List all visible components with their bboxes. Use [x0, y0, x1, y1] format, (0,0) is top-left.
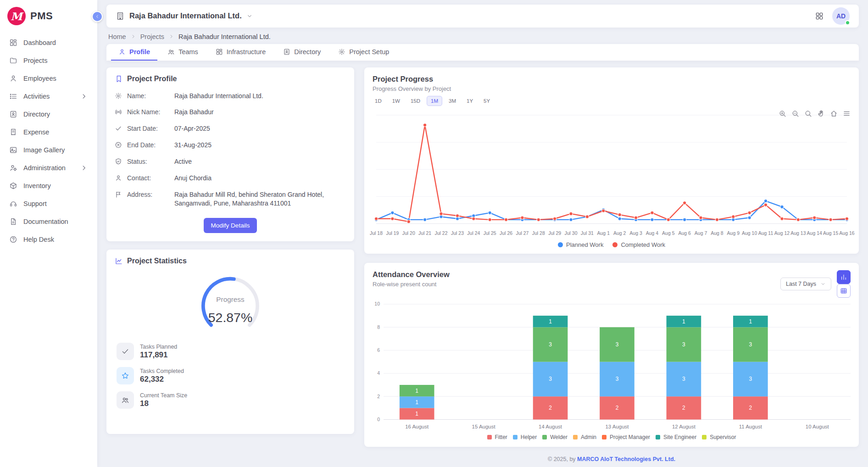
legend-site-engineer[interactable]: Site Engineer	[656, 434, 696, 440]
footer-text: © 2025, by	[548, 456, 577, 462]
chart-toolbar	[779, 110, 851, 117]
sidebar-item-dashboard[interactable]: Dashboard	[0, 33, 97, 51]
footer-link[interactable]: MARCO AIoT Technologies Pvt. Ltd.	[577, 456, 675, 462]
sidebar-item-label: Administration	[23, 164, 66, 172]
sidebar-item-employees[interactable]: Employees	[0, 69, 97, 87]
attendance-card-subtitle: Role-wise present count	[364, 280, 458, 290]
range-button-3m[interactable]: 3M	[445, 96, 460, 106]
svg-text:3: 3	[616, 376, 619, 382]
support-icon	[9, 200, 17, 208]
menu-icon[interactable]	[843, 110, 851, 117]
sidebar-item-label: Documentation	[23, 218, 68, 225]
breadcrumb-item-raja-bahadur-international-ltd[interactable]: Raja Bahadur International Ltd.	[178, 33, 271, 40]
legend-completed-work[interactable]: Completed Work	[612, 241, 665, 248]
tab-teams[interactable]: Teams	[160, 44, 206, 61]
stat-label: Tasks Planned	[140, 344, 177, 350]
sidebar-item-expense[interactable]: Expense	[0, 123, 97, 141]
modify-details-button[interactable]: Modify Details	[204, 218, 257, 233]
legend-admin[interactable]: Admin	[573, 434, 596, 440]
zoom-select-icon[interactable]	[804, 110, 812, 117]
star-icon	[121, 372, 129, 380]
tab-profile[interactable]: Profile	[111, 44, 157, 61]
sidebar-collapse-button[interactable]	[92, 11, 103, 22]
sidebar-item-projects[interactable]: Projects	[0, 51, 97, 69]
svg-text:Jul 21: Jul 21	[418, 230, 431, 236]
legend-supervisor[interactable]: Supervisor	[702, 434, 736, 440]
tab-label: Project Setup	[349, 48, 389, 56]
table-icon	[840, 287, 847, 295]
breadcrumb-item-home[interactable]: Home	[108, 33, 126, 40]
svg-text:Aug 2: Aug 2	[613, 230, 626, 236]
stat-label: Tasks Completed	[140, 368, 184, 374]
range-button-15d[interactable]: 15D	[406, 96, 424, 106]
view-toggle-table-icon[interactable]	[837, 284, 851, 298]
legend-project-manager[interactable]: Project Manager	[602, 434, 650, 440]
breadcrumb-item-projects[interactable]: Projects	[140, 33, 164, 40]
profile-card-title: Project Profile	[127, 75, 177, 83]
sidebar-item-support[interactable]: Support	[0, 195, 97, 212]
sidebar-item-administration[interactable]: Administration	[0, 159, 97, 177]
range-button-1d[interactable]: 1D	[371, 96, 386, 106]
progress-line-chart[interactable]: Jul 18Jul 19Jul 20Jul 21Jul 22Jul 23Jul …	[364, 106, 859, 239]
sidebar-item-documentation[interactable]: Documentation	[0, 212, 97, 230]
main-area: Raja Bahadur International Ltd. AD HomeP…	[97, 0, 868, 467]
svg-text:Aug 13: Aug 13	[790, 230, 806, 236]
svg-text:1: 1	[415, 410, 418, 417]
legend-label: Site Engineer	[663, 434, 696, 440]
legend-helper[interactable]: Helper	[513, 434, 537, 440]
tab-project-setup[interactable]: Project Setup	[331, 44, 396, 61]
svg-text:11 August: 11 August	[739, 424, 762, 429]
range-select[interactable]: Last 7 Days	[780, 278, 831, 290]
attendance-header: Attendance Overview Role-wise present co…	[364, 263, 859, 298]
pan-icon[interactable]	[817, 110, 825, 117]
sidebar-item-image-gallery[interactable]: Image Gallery	[0, 141, 97, 159]
zoom-in-icon[interactable]	[779, 110, 786, 117]
left-column: Project Profile Name: Raja Bahadur Inter…	[106, 67, 354, 434]
stat-icon-box	[117, 391, 134, 409]
stat-value: 117,891	[140, 350, 177, 360]
home-icon[interactable]	[830, 110, 838, 117]
range-button-1y[interactable]: 1Y	[462, 96, 477, 106]
signal-icon	[115, 108, 122, 116]
documentation-icon	[9, 217, 17, 226]
legend-welder[interactable]: Welder	[542, 434, 568, 440]
legend-planned-work[interactable]: Planned Work	[558, 241, 603, 248]
apps-grid-button[interactable]	[815, 11, 824, 21]
svg-text:52.87%: 52.87%	[208, 310, 253, 325]
tab-infrastructure[interactable]: Infrastructure	[208, 44, 273, 61]
attendance-card-title: Attendance Overview	[364, 263, 458, 280]
check-icon	[115, 125, 122, 132]
legend-label: Planned Work	[566, 241, 603, 248]
sidebar-item-activities[interactable]: Activities	[0, 87, 97, 105]
circle-x-icon	[115, 141, 122, 149]
attendance-bar-chart[interactable]: 024681011116 August15 August233114 Augus…	[364, 298, 859, 432]
zoom-out-icon[interactable]	[791, 110, 799, 117]
svg-text:3: 3	[682, 341, 685, 348]
legend-fitter[interactable]: Fitter	[487, 434, 507, 440]
flag-icon	[115, 191, 122, 198]
sidebar-item-help-desk[interactable]: Help Desk	[0, 230, 97, 248]
range-button-5y[interactable]: 5Y	[479, 96, 494, 106]
field-value: Raja Bahadur Mill Rd, behind Sheraton Gr…	[174, 190, 326, 208]
top-header: Raja Bahadur International Ltd. AD	[106, 5, 859, 28]
field-value: Anuj Chordia	[174, 174, 211, 183]
range-button-1w[interactable]: 1W	[388, 96, 404, 106]
stat-value: 62,332	[140, 375, 184, 384]
sidebar-item-inventory[interactable]: Inventory	[0, 177, 97, 195]
progress-card-title: Project Progress	[364, 67, 859, 84]
gallery-icon	[9, 146, 17, 154]
company-switcher[interactable]: Raja Bahadur International Ltd.	[116, 11, 253, 21]
sidebar-item-directory[interactable]: Directory	[0, 105, 97, 123]
field-label: Start Date:	[127, 124, 169, 133]
content: Project Profile Name: Raja Bahadur Inter…	[106, 67, 859, 467]
gear-icon	[115, 92, 122, 100]
avatar[interactable]: AD	[832, 7, 850, 25]
range-button-1m[interactable]: 1M	[427, 96, 442, 106]
view-toggle-bar-chart-icon[interactable]	[837, 270, 851, 284]
activities-icon	[9, 92, 17, 100]
field-label: Nick Name:	[127, 108, 169, 117]
tab-directory[interactable]: Directory	[276, 44, 328, 61]
profile-field-start-date: Start Date: 07-Apr-2025	[115, 121, 346, 137]
bar-chart-legend: FitterHelperWelderAdminProject ManagerSi…	[364, 432, 859, 447]
project-statistics-card: Project Statistics Progress 52.87% Tasks…	[106, 250, 354, 434]
